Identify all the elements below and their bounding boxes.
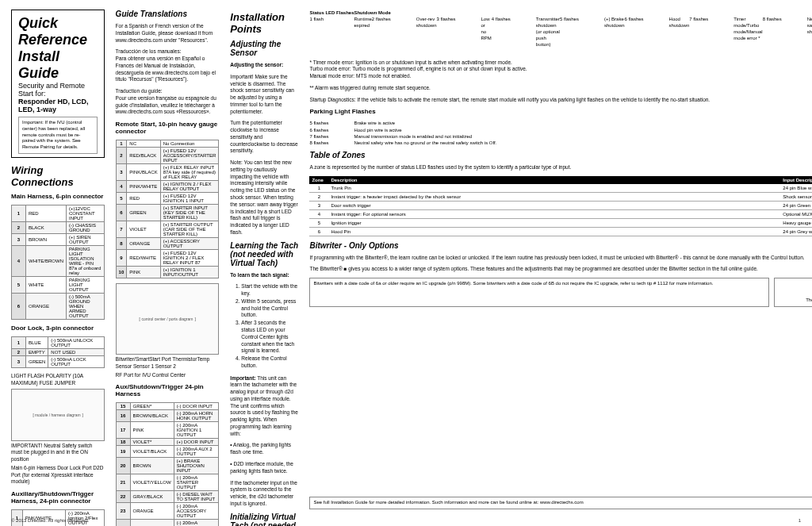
table-row: 2Instant trigger: a heavier impact detec… [309,192,812,201]
doc-sub2: Responder HD, LCD, LED, 1-way [18,98,98,113]
diagram-label-c: IMPORTANT! Neutral Safety switch must be… [11,443,105,463]
table-row: 9RED/WHITE(+) FUSED 12V IGNITION 2 / FLE… [116,250,219,267]
remote10-diagram-area: ⟦ control center / ports diagram ⟧ Bitwr… [116,283,220,378]
table-row: 10PINK(+) IGNITION 1 INPUT/OUTPUT [116,267,219,278]
plflash-title: Parking Light Flashes [309,108,812,115]
zones-h1: Zone [309,176,328,184]
startup-diag: Startup Diagnostics: If the vehicle fail… [309,97,812,104]
table-row: 2BLACK(-) CHASSIS GROUND [12,221,105,233]
diagram-placeholder-icon: ⟦ module / harness diagram ⟧ [33,413,84,417]
shutdown-footnote1: * Timer mode error: Ignition is on or sh… [309,60,812,80]
table-row: 8 flashesNeutral safety shutdown [763,16,812,55]
table-row: 1Trunk Pin24 pin Blue wire [309,184,812,193]
shutdown-footnote2: ** Alarm was triggered during remote sta… [309,85,812,92]
zones-h2: Description [328,176,780,184]
diagram-label-f: RF Port for IVU Control Center [116,372,220,379]
table-row: 6GREEN(+) STARTER INPUT (KEY SIDE OF THE… [116,205,219,221]
table-row: 6 flashesHood shutdown [625,16,690,55]
adjusting-title: Adjusting the Sensor [230,40,298,57]
adjusting-p1: Important! Make sure the vehicle is disa… [230,74,298,116]
bitwriter-p2: The Bitwriter® ■ gives you access to a w… [309,266,812,273]
diagram-label-e: Bitwriter/SmartStart Port ThermistorTemp… [116,356,220,371]
see-full-box: See full Installation Guide for more det… [309,497,812,509]
table-row: 2 flashesOver-rev shutdown [372,16,437,55]
list-item: Within 5 seconds, press and hold the Con… [241,298,298,319]
table-row: 7VIOLET(+) STARTER OUTPUT (CAR SIDE OF T… [116,221,219,238]
diagram2-placeholder-icon: ⟦ control center / ports diagram ⟧ [139,317,196,321]
remote10-diagram: ⟦ control center / ports diagram ⟧ [116,283,220,355]
table-row: 5RED(+) FUSED 12V IGNITION 1 INPUT [116,193,219,205]
doc-sub1: Security and Remote Start for: [18,82,98,98]
table-row: 1BLUE(-) 500mA UNLOCK OUTPUT [12,336,105,348]
table-row: 6ORANGE(-) 500mA GROUND WHEN ARMED OUTPU… [12,293,105,319]
wiring-diagram: ⟦ module / harness diagram ⟧ [11,389,105,441]
column-4: Status LED FlashesShutdown Mode 1 flashR… [309,10,812,509]
aux24-title: Auxiliary/Shutdown/Trigger Harness, 24-p… [11,490,105,505]
table-row: 3Door switch trigger24 pin Green or Viol… [309,201,812,209]
learn-tach-imp: Important: This unit can learn the tacho… [230,375,298,438]
wiring-heading: Wiring Connections [11,164,105,188]
diagram-label-g: Main 6-pin Harness Door Lock Port D2D Po… [11,465,105,486]
main-harness-table: 1RED(+)12VDC CONSTANT INPUT2BLACK(-) CHA… [11,205,105,320]
bitwriter-box2-text: The Bitwriter® (p/n 998U) requires chip … [778,298,812,304]
bitwriter-box2: D2D DATA TO DATA™ The Bitwriter® (p/n 99… [774,278,812,307]
table-row: 4 flashesTransmitter shutdown (or option… [492,16,560,55]
doc-title: Quick Reference Install Guide [18,15,98,82]
bitwriter-title: Bitwriter - Only Options [309,241,812,250]
shutdown-table: Status LED FlashesShutdown Mode 1 flashR… [309,10,812,55]
list-item: Release the Control button. [241,355,298,370]
table-row: 5Ignition triggerHeavy gauge 10 pin Pink… [309,218,812,227]
table-row: 3 flashesLow or no RPM [436,16,491,55]
adjusting-p3: Note: You can test the new setting by ca… [230,159,298,236]
table-row: 7 flashesManual transmission mode is ena… [309,133,812,140]
guide-trans-p2: Traducción de los manuales: Para obtener… [116,48,220,83]
copyright: © 2013 Directed. All rights Reserved. [11,518,89,523]
plflash-table: 5 flashesBrake wire is active6 flashesHo… [309,120,812,145]
table-row: 3GREEN(-) 500mA LOCK OUTPUT [12,355,105,367]
table-row: 3BROWN(+) SIREN OUTPUT [12,233,105,245]
table-row: 17PINK(-) 200mA IGNITION 1 OUTPUT [116,422,219,439]
doorlock-title: Door Lock, 3-pin connector [11,324,105,332]
wiring-diagram-area: LIGHT FLASH POLARITY (10A MAXIMUM) FUSE … [11,373,105,486]
aux24-right-title: Aux/Shutdown/Trigger 24-pin Harness [116,383,220,397]
table-row: 5WHITEPARKING LIGHT OUTPUT [12,276,105,293]
page-footer: © 2013 Directed. All rights Reserved. 1 [11,518,801,523]
learn-tach-lead: To learn the tach signal: [230,272,298,279]
learn-tach-tail: If the tachometer input on the system is… [230,480,298,508]
table-row: 22GRAY/BLACK(-) DIESEL WAIT TO START INP… [116,491,219,503]
table-row: 4Instant trigger: For optional sensorsOp… [309,209,812,218]
table-row: 4PINK/WHITE(+) IGNITION 2 / FLEX RELAY O… [116,181,219,193]
main-harness-title: Main Harness, 6-pin connector [11,193,105,200]
table-row: 19VIOLET/BLACK(-) 200mA AUX 2 OUTPUT [116,446,219,458]
table-row: 16BROWN/BLACK(-) 200mA HORN HONK OUTPUT [116,410,219,422]
table-row: 4WHITE/BROWNPARKING LIGHT ISOLATION WIRE… [12,245,105,276]
learn-tach-bul1: • Analog, the parking lights flash one t… [230,442,298,456]
table-row: 3PINK/BLACK(+) FLEX RELAY INPUT 87A key … [116,164,219,181]
install-heading: Installation Points [230,11,298,35]
column-2: Guide Translations For a Spanish or Fren… [116,10,220,509]
adjusting-p2: Turn the potentiometer clockwise to incr… [230,120,298,155]
table-row: 1RED(+)12VDC CONSTANT INPUT [12,205,105,221]
table-row: 8 flashesNeutral safety wire has no grou… [309,140,812,146]
zones-h3: Input Description [780,176,812,184]
bitwriter-box1: Bitwriters with a date code of 6a or old… [309,278,769,307]
guide-trans-p1: For a Spanish or French version of the I… [116,23,220,44]
guide-trans-title: Guide Translations [116,10,220,18]
column-3: Installation Points Adjusting the Sensor… [230,10,298,509]
table-row: 7 flashesTimer mode/Turbo mode/Manual mo… [689,16,762,55]
diagram-label-a: LIGHT FLASH POLARITY (10A MAXIMUM) FUSE … [11,373,105,387]
table-row: 5 flashes(+) Brake shutdown [560,16,625,55]
guide-trans-p3: Traduction du guide: Pour une version fr… [116,88,220,116]
column-1: Quick Reference Install Guide Security a… [11,10,105,509]
learn-tach-title: Learning the Tach (not needed with Virtu… [230,241,298,267]
bitwriter-p1: If programming with the Bitwriter®, the … [309,255,812,262]
table-row: 2RED/BLACK(+) FUSED 12V ACCESSORY/STARTE… [116,148,219,164]
zones-title: Table of Zones [309,151,812,159]
remote10-table: 1NCNo Connection2RED/BLACK(+) FUSED 12V … [116,140,220,278]
title-box: Quick Reference Install Guide Security a… [11,10,105,158]
adjusting-sub: Adjusting the sensor: [230,62,298,69]
table-row: 15GREEN*(-) DOOR INPUT [116,403,219,410]
zones-table: Zone Description Input Description 1Trun… [309,176,812,236]
list-item: After 3 seconds the status LED on your C… [241,320,298,355]
table-row: 18VIOLET*(+) DOOR INPUT [116,439,219,446]
